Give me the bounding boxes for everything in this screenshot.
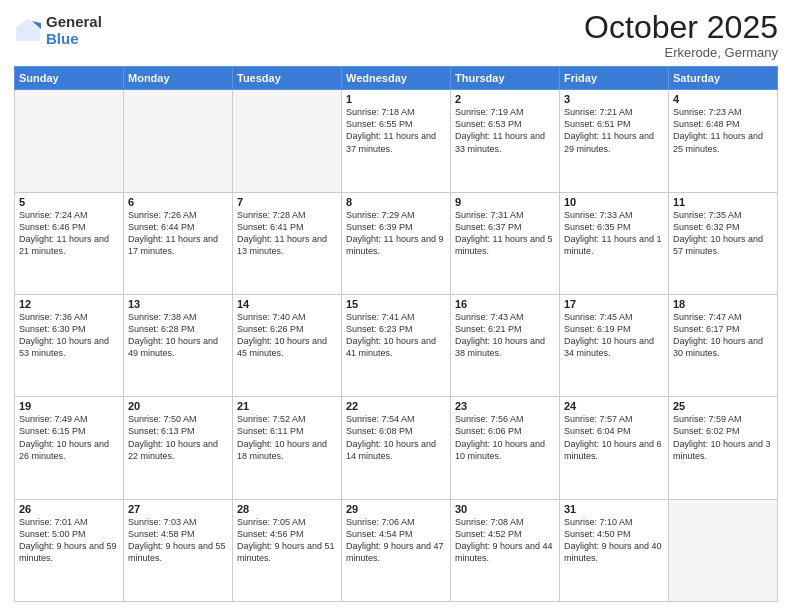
day-info: Sunrise: 7:19 AM Sunset: 6:53 PM Dayligh… (455, 106, 555, 155)
day-number: 25 (673, 400, 773, 412)
day-info: Sunrise: 7:31 AM Sunset: 6:37 PM Dayligh… (455, 209, 555, 258)
day-number: 7 (237, 196, 337, 208)
table-row: 21Sunrise: 7:52 AM Sunset: 6:11 PM Dayli… (233, 397, 342, 499)
day-info: Sunrise: 7:40 AM Sunset: 6:26 PM Dayligh… (237, 311, 337, 360)
table-row (124, 90, 233, 192)
table-row: 9Sunrise: 7:31 AM Sunset: 6:37 PM Daylig… (451, 192, 560, 294)
table-row: 23Sunrise: 7:56 AM Sunset: 6:06 PM Dayli… (451, 397, 560, 499)
table-row: 2Sunrise: 7:19 AM Sunset: 6:53 PM Daylig… (451, 90, 560, 192)
header: General Blue October 2025 Erkerode, Germ… (14, 10, 778, 60)
day-number: 30 (455, 503, 555, 515)
day-info: Sunrise: 7:41 AM Sunset: 6:23 PM Dayligh… (346, 311, 446, 360)
day-number: 23 (455, 400, 555, 412)
day-info: Sunrise: 7:26 AM Sunset: 6:44 PM Dayligh… (128, 209, 228, 258)
table-row (15, 90, 124, 192)
day-number: 26 (19, 503, 119, 515)
table-row: 31Sunrise: 7:10 AM Sunset: 4:50 PM Dayli… (560, 499, 669, 601)
table-row: 25Sunrise: 7:59 AM Sunset: 6:02 PM Dayli… (669, 397, 778, 499)
day-number: 28 (237, 503, 337, 515)
day-number: 6 (128, 196, 228, 208)
day-number: 27 (128, 503, 228, 515)
table-row: 24Sunrise: 7:57 AM Sunset: 6:04 PM Dayli… (560, 397, 669, 499)
table-row: 10Sunrise: 7:33 AM Sunset: 6:35 PM Dayli… (560, 192, 669, 294)
day-number: 2 (455, 93, 555, 105)
day-info: Sunrise: 7:50 AM Sunset: 6:13 PM Dayligh… (128, 413, 228, 462)
day-info: Sunrise: 7:03 AM Sunset: 4:58 PM Dayligh… (128, 516, 228, 565)
day-number: 22 (346, 400, 446, 412)
day-info: Sunrise: 7:24 AM Sunset: 6:46 PM Dayligh… (19, 209, 119, 258)
day-info: Sunrise: 7:10 AM Sunset: 4:50 PM Dayligh… (564, 516, 664, 565)
day-number: 12 (19, 298, 119, 310)
logo-icon (14, 17, 42, 45)
day-number: 10 (564, 196, 664, 208)
location: Erkerode, Germany (584, 45, 778, 60)
day-number: 13 (128, 298, 228, 310)
day-number: 15 (346, 298, 446, 310)
day-number: 16 (455, 298, 555, 310)
table-row: 16Sunrise: 7:43 AM Sunset: 6:21 PM Dayli… (451, 294, 560, 396)
day-info: Sunrise: 7:36 AM Sunset: 6:30 PM Dayligh… (19, 311, 119, 360)
day-number: 4 (673, 93, 773, 105)
calendar-header-row: Sunday Monday Tuesday Wednesday Thursday… (15, 67, 778, 90)
col-monday: Monday (124, 67, 233, 90)
table-row: 18Sunrise: 7:47 AM Sunset: 6:17 PM Dayli… (669, 294, 778, 396)
table-row: 7Sunrise: 7:28 AM Sunset: 6:41 PM Daylig… (233, 192, 342, 294)
day-number: 24 (564, 400, 664, 412)
page: General Blue October 2025 Erkerode, Germ… (0, 0, 792, 612)
day-info: Sunrise: 7:21 AM Sunset: 6:51 PM Dayligh… (564, 106, 664, 155)
col-tuesday: Tuesday (233, 67, 342, 90)
table-row: 11Sunrise: 7:35 AM Sunset: 6:32 PM Dayli… (669, 192, 778, 294)
day-number: 11 (673, 196, 773, 208)
day-number: 31 (564, 503, 664, 515)
table-row: 27Sunrise: 7:03 AM Sunset: 4:58 PM Dayli… (124, 499, 233, 601)
table-row: 12Sunrise: 7:36 AM Sunset: 6:30 PM Dayli… (15, 294, 124, 396)
day-info: Sunrise: 7:47 AM Sunset: 6:17 PM Dayligh… (673, 311, 773, 360)
calendar-week-row: 5Sunrise: 7:24 AM Sunset: 6:46 PM Daylig… (15, 192, 778, 294)
day-info: Sunrise: 7:45 AM Sunset: 6:19 PM Dayligh… (564, 311, 664, 360)
table-row: 30Sunrise: 7:08 AM Sunset: 4:52 PM Dayli… (451, 499, 560, 601)
day-info: Sunrise: 7:52 AM Sunset: 6:11 PM Dayligh… (237, 413, 337, 462)
day-info: Sunrise: 7:28 AM Sunset: 6:41 PM Dayligh… (237, 209, 337, 258)
col-wednesday: Wednesday (342, 67, 451, 90)
day-number: 3 (564, 93, 664, 105)
day-number: 14 (237, 298, 337, 310)
table-row: 15Sunrise: 7:41 AM Sunset: 6:23 PM Dayli… (342, 294, 451, 396)
calendar-week-row: 19Sunrise: 7:49 AM Sunset: 6:15 PM Dayli… (15, 397, 778, 499)
day-info: Sunrise: 7:59 AM Sunset: 6:02 PM Dayligh… (673, 413, 773, 462)
col-sunday: Sunday (15, 67, 124, 90)
month-title: October 2025 (584, 10, 778, 45)
day-info: Sunrise: 7:49 AM Sunset: 6:15 PM Dayligh… (19, 413, 119, 462)
day-info: Sunrise: 7:57 AM Sunset: 6:04 PM Dayligh… (564, 413, 664, 462)
calendar-week-row: 1Sunrise: 7:18 AM Sunset: 6:55 PM Daylig… (15, 90, 778, 192)
table-row: 20Sunrise: 7:50 AM Sunset: 6:13 PM Dayli… (124, 397, 233, 499)
day-info: Sunrise: 7:56 AM Sunset: 6:06 PM Dayligh… (455, 413, 555, 462)
day-info: Sunrise: 7:05 AM Sunset: 4:56 PM Dayligh… (237, 516, 337, 565)
day-info: Sunrise: 7:29 AM Sunset: 6:39 PM Dayligh… (346, 209, 446, 258)
table-row: 8Sunrise: 7:29 AM Sunset: 6:39 PM Daylig… (342, 192, 451, 294)
table-row: 19Sunrise: 7:49 AM Sunset: 6:15 PM Dayli… (15, 397, 124, 499)
logo-general: General (46, 14, 102, 31)
table-row (233, 90, 342, 192)
calendar-body: 1Sunrise: 7:18 AM Sunset: 6:55 PM Daylig… (15, 90, 778, 602)
table-row: 4Sunrise: 7:23 AM Sunset: 6:48 PM Daylig… (669, 90, 778, 192)
day-number: 17 (564, 298, 664, 310)
day-info: Sunrise: 7:08 AM Sunset: 4:52 PM Dayligh… (455, 516, 555, 565)
day-info: Sunrise: 7:18 AM Sunset: 6:55 PM Dayligh… (346, 106, 446, 155)
day-number: 18 (673, 298, 773, 310)
logo-text: General Blue (46, 14, 102, 47)
logo-blue: Blue (46, 31, 102, 48)
table-row: 22Sunrise: 7:54 AM Sunset: 6:08 PM Dayli… (342, 397, 451, 499)
table-row: 14Sunrise: 7:40 AM Sunset: 6:26 PM Dayli… (233, 294, 342, 396)
col-saturday: Saturday (669, 67, 778, 90)
day-number: 21 (237, 400, 337, 412)
day-info: Sunrise: 7:43 AM Sunset: 6:21 PM Dayligh… (455, 311, 555, 360)
day-info: Sunrise: 7:35 AM Sunset: 6:32 PM Dayligh… (673, 209, 773, 258)
day-number: 19 (19, 400, 119, 412)
calendar-week-row: 12Sunrise: 7:36 AM Sunset: 6:30 PM Dayli… (15, 294, 778, 396)
day-number: 9 (455, 196, 555, 208)
logo: General Blue (14, 14, 102, 47)
day-info: Sunrise: 7:33 AM Sunset: 6:35 PM Dayligh… (564, 209, 664, 258)
day-number: 20 (128, 400, 228, 412)
day-number: 8 (346, 196, 446, 208)
calendar: Sunday Monday Tuesday Wednesday Thursday… (14, 66, 778, 602)
